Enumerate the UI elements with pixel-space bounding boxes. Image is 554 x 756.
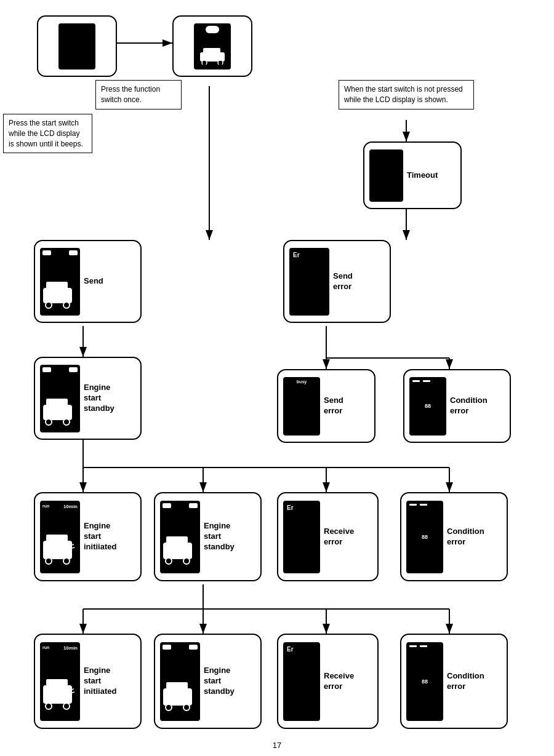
condition-error2-box: 88 Condition error bbox=[400, 492, 508, 581]
engine-initiated2-box: run 10min Engine start initiiated bbox=[34, 634, 142, 729]
svg-rect-41 bbox=[166, 536, 188, 546]
timeout-label: Timeout bbox=[403, 170, 438, 181]
annotation-when-not-pressed-text: When the start switch is not pressed whi… bbox=[344, 85, 463, 104]
condition-error1-box: 88 Condition error bbox=[403, 369, 511, 443]
send-error1-label: Send error bbox=[329, 271, 353, 292]
svg-point-52 bbox=[166, 704, 172, 710]
receive-error2-label: Receive error bbox=[320, 671, 354, 692]
send-error1-icon: Er bbox=[289, 248, 329, 316]
send-error1-box: Er Send error bbox=[283, 240, 391, 323]
engine-initiated1-label: Engine start initiiated bbox=[80, 521, 116, 552]
svg-point-28 bbox=[46, 302, 52, 308]
condition-error1-label: Condition error bbox=[446, 396, 488, 416]
engine-standby1-label: Engine start standby bbox=[80, 383, 114, 414]
receive-error2-icon: Er bbox=[283, 642, 320, 721]
engine-initiated1-icon: run 10min bbox=[40, 501, 80, 573]
svg-point-53 bbox=[183, 704, 190, 710]
svg-point-29 bbox=[63, 302, 70, 308]
svg-point-42 bbox=[166, 558, 172, 564]
svg-rect-45 bbox=[46, 679, 68, 689]
svg-point-43 bbox=[183, 558, 190, 564]
engine-initiated1-box: run 10min Engine start initiiated bbox=[34, 492, 142, 581]
svg-rect-35 bbox=[46, 535, 68, 544]
condition-error2-icon: 88 bbox=[406, 501, 443, 573]
engine-initiated2-icon: run 10min bbox=[40, 642, 80, 721]
timeout-box: Timeout bbox=[363, 141, 462, 209]
box1-icon bbox=[58, 23, 95, 70]
engine-standby2-box: Engine start standby bbox=[154, 492, 262, 581]
condition-error3-box: 88 Condition error bbox=[400, 634, 508, 729]
box2-icon bbox=[194, 23, 231, 70]
svg-point-24 bbox=[202, 60, 207, 65]
annotation-press-function: Press the function switch once. bbox=[95, 80, 182, 109]
condition-error3-icon: 88 bbox=[406, 642, 443, 721]
svg-point-33 bbox=[63, 419, 70, 425]
svg-rect-27 bbox=[46, 282, 68, 292]
engine-standby2-label: Engine start standby bbox=[200, 521, 235, 552]
diagram-container: Press the function switch once. When the… bbox=[0, 0, 554, 756]
receive-error2-box: Er Receive error bbox=[277, 634, 379, 729]
box2 bbox=[172, 15, 252, 77]
send-error2-label: Send error bbox=[320, 396, 343, 416]
engine-standby2-icon bbox=[160, 501, 200, 573]
engine-standby1-icon bbox=[40, 365, 80, 432]
condition-error2-label: Condition error bbox=[443, 527, 484, 547]
timeout-icon bbox=[369, 149, 403, 202]
engine-standby3-box: Engine start standby bbox=[154, 634, 262, 729]
send-error2-box: busy Send error bbox=[277, 369, 375, 443]
engine-standby3-icon bbox=[160, 642, 200, 721]
engine-standby3-label: Engine start standby bbox=[200, 666, 235, 697]
send-box: Send bbox=[34, 240, 142, 323]
svg-point-32 bbox=[46, 419, 52, 425]
receive-error1-label: Receive error bbox=[320, 527, 354, 547]
svg-rect-31 bbox=[46, 399, 68, 408]
page-number-text: 17 bbox=[273, 741, 281, 750]
condition-error1-icon: 88 bbox=[409, 377, 446, 436]
annotation-press-start: Press the start switch while the LCD dis… bbox=[3, 114, 92, 153]
engine-standby1-box: Engine start standby bbox=[34, 357, 142, 440]
annotation-press-function-text: Press the function switch once. bbox=[101, 85, 160, 104]
send-label: Send bbox=[80, 276, 103, 287]
svg-rect-23 bbox=[203, 48, 220, 55]
annotation-press-start-text: Press the start switch while the LCD dis… bbox=[9, 119, 83, 148]
svg-point-25 bbox=[218, 60, 223, 65]
send-icon bbox=[40, 248, 80, 316]
svg-point-46 bbox=[46, 703, 52, 709]
page-number: 17 bbox=[273, 741, 281, 750]
svg-point-37 bbox=[63, 558, 70, 564]
receive-error1-box: Er Receive error bbox=[277, 492, 379, 581]
svg-point-36 bbox=[46, 558, 52, 564]
receive-error1-icon: Er bbox=[283, 501, 320, 573]
engine-initiated2-label: Engine start initiiated bbox=[80, 666, 116, 697]
condition-error3-label: Condition error bbox=[443, 671, 484, 692]
annotation-when-not-pressed: When the start switch is not pressed whi… bbox=[339, 80, 474, 109]
svg-rect-51 bbox=[166, 682, 188, 692]
box1 bbox=[37, 15, 117, 77]
svg-point-47 bbox=[63, 703, 70, 709]
send-error2-icon: busy bbox=[283, 377, 320, 436]
